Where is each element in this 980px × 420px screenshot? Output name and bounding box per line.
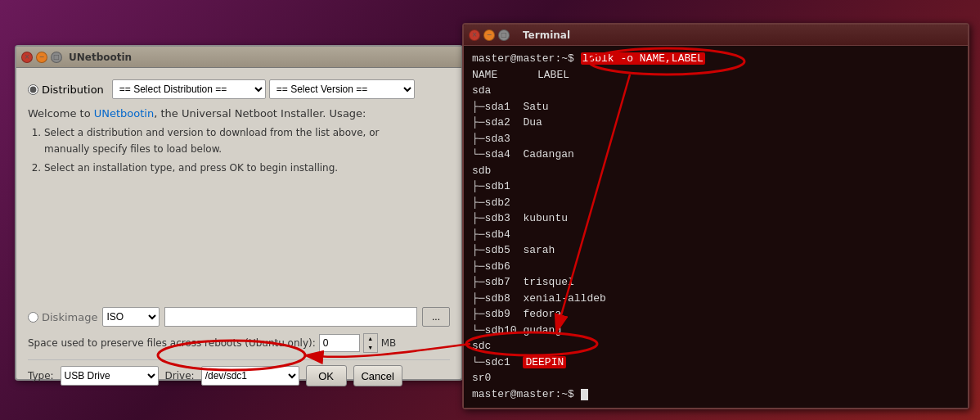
distribution-radio-label[interactable]: Distribution <box>28 84 104 96</box>
terminal-row-sda2: ├─sda2 Dua <box>472 115 960 131</box>
type-select[interactable]: USB Drive <box>61 366 159 386</box>
distribution-label: Distribution <box>42 84 104 96</box>
spin-down[interactable]: ▼ <box>364 343 377 352</box>
drive-label: Drive: <box>165 370 195 382</box>
terminal-row-sdb6: ├─sdb6 <box>472 259 960 275</box>
terminal-row-sdb2: ├─sdb2 <box>472 195 960 211</box>
instruction-1: Select a distribution and version to dow… <box>44 124 450 158</box>
terminal-window: × − □ Terminal master@master:~$ lsblk -o… <box>462 23 969 409</box>
terminal-row-sdb: sdb <box>472 163 960 179</box>
terminal-row-sdc1: └─sdc1 DEEPIN <box>472 355 960 371</box>
instruction-1-part1: Select a distribution and version to dow… <box>44 127 379 138</box>
welcome-suffix: , the Universal Netboot Installer. Usage… <box>154 107 366 120</box>
browse-button[interactable]: ... <box>422 307 450 327</box>
terminal-command: lsblk -o NAME,LABEL <box>581 52 705 65</box>
terminal-row-sdb7: ├─sdb7 trisquel <box>472 274 960 291</box>
bottom-row: Type: USB Drive Drive: /dev/sdc1 OK Canc… <box>28 359 450 390</box>
distribution-radio[interactable] <box>28 84 38 95</box>
welcome-text: Welcome to UNetbootin, the Universal Net… <box>28 107 450 120</box>
space-spinner[interactable]: ▲ ▼ <box>363 333 378 353</box>
terminal-row-sdb5: ├─sdb5 sarah <box>472 242 960 259</box>
terminal-row-sdb1: ├─sdb1 <box>472 178 960 195</box>
terminal-body[interactable]: master@master:~$ lsblk -o NAME,LABEL NAM… <box>464 46 968 408</box>
terminal-row-sdb8: ├─sdb8 xenial-alldeb <box>472 291 960 307</box>
window-controls: × − □ <box>21 52 62 63</box>
space-input[interactable] <box>319 334 360 352</box>
terminal-row-sdb3: ├─sdb3 kubuntu <box>472 210 960 227</box>
terminal-row-sr0: sr0 <box>472 370 960 386</box>
instruction-1-part2: manually specify files to load below. <box>44 143 222 155</box>
distribution-row: Distribution == Select Distribution == =… <box>28 79 450 99</box>
terminal-command-line: master@master:~$ lsblk -o NAME,LABEL <box>472 51 960 67</box>
unetbootin-titlebar: × − □ UNetbootin <box>16 47 461 68</box>
terminal-final-prompt-text: master@master:~$ <box>472 388 581 400</box>
terminal-row-sda: sda <box>472 83 960 99</box>
spin-up[interactable]: ▲ <box>364 334 377 343</box>
terminal-close-button[interactable]: × <box>469 29 480 41</box>
unetbootin-window: × − □ UNetbootin Distribution == Select … <box>15 45 463 381</box>
terminal-title: Terminal <box>523 29 570 41</box>
diskimage-label: Diskimage <box>42 311 97 323</box>
diskimage-radio[interactable] <box>28 312 38 323</box>
terminal-row-sdb4: ├─sdb4 <box>472 227 960 243</box>
terminal-maximize-button[interactable]: □ <box>498 29 510 41</box>
terminal-minimize-button[interactable]: − <box>483 29 495 41</box>
close-button[interactable]: × <box>21 52 33 63</box>
terminal-final-prompt: master@master:~$ <box>472 386 960 403</box>
window-title: UNetbootin <box>69 52 132 63</box>
terminal-header: NAMELABEL <box>472 67 960 84</box>
terminal-row-sdb9: ├─sdb9 fedora <box>472 306 960 323</box>
terminal-cursor <box>581 389 588 400</box>
terminal-row-sdb10: └─sdb10 gudang <box>472 323 960 339</box>
distribution-select[interactable]: == Select Distribution == <box>112 79 266 99</box>
instruction-2: Select an installation type, and press O… <box>44 160 450 176</box>
diskimage-row: Diskimage ISO ... <box>28 307 450 327</box>
space-label: Space used to preserve files across rebo… <box>28 337 316 349</box>
diskimage-radio-label[interactable]: Diskimage <box>28 311 97 323</box>
unetbootin-link[interactable]: UNetbootin <box>94 107 154 120</box>
instructions-list: Select a distribution and version to dow… <box>28 124 450 176</box>
terminal-prompt: master@master:~$ <box>472 52 581 65</box>
terminal-titlebar: × − □ Terminal <box>464 25 968 46</box>
minimize-button[interactable]: − <box>36 52 47 63</box>
space-unit: MB <box>381 337 397 349</box>
welcome-prefix: Welcome to <box>28 107 94 120</box>
unetbootin-body: Distribution == Select Distribution == =… <box>16 68 461 398</box>
iso-format-select[interactable]: ISO <box>102 307 160 327</box>
version-select[interactable]: == Select Version == <box>269 79 415 99</box>
terminal-row-sda4: └─sda4 Cadangan <box>472 147 960 163</box>
deepin-label: DEEPIN <box>523 356 566 368</box>
terminal-row-sda1: ├─sda1 Satu <box>472 99 960 115</box>
cancel-button[interactable]: Cancel <box>353 365 402 386</box>
space-row: Space used to preserve files across rebo… <box>28 333 450 353</box>
welcome-section: Welcome to UNetbootin, the Universal Net… <box>28 107 450 176</box>
diskimage-path-input[interactable] <box>164 307 417 327</box>
terminal-row-sdc: sdc <box>472 338 960 355</box>
ok-button[interactable]: OK <box>306 365 347 386</box>
terminal-window-controls: × − □ <box>469 29 510 41</box>
maximize-button[interactable]: □ <box>51 52 62 63</box>
drive-select[interactable]: /dev/sdc1 <box>201 366 299 386</box>
terminal-row-sda3: ├─sda3 <box>472 131 960 147</box>
type-label: Type: <box>28 370 54 382</box>
